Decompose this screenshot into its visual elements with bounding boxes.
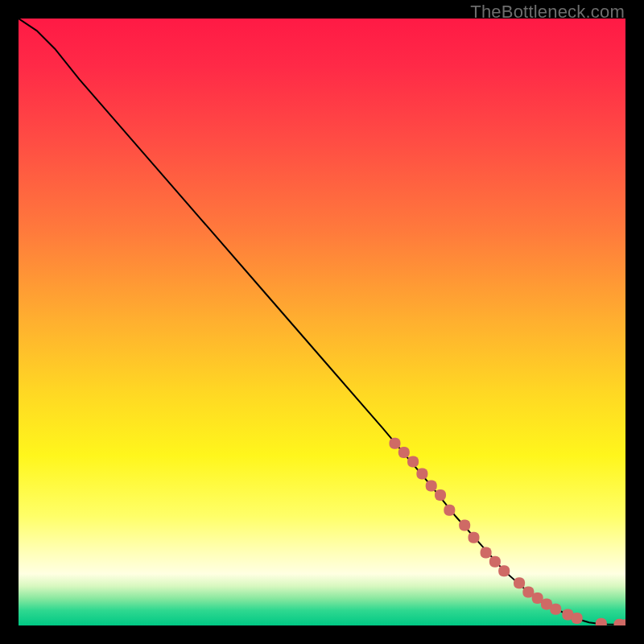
data-marker xyxy=(416,469,427,480)
data-marker xyxy=(572,613,583,624)
data-marker xyxy=(398,447,410,458)
data-marker xyxy=(481,547,492,559)
data-marker xyxy=(550,604,561,615)
plot-area xyxy=(19,19,625,625)
data-marker xyxy=(444,505,455,516)
data-marker xyxy=(489,556,501,568)
data-marker xyxy=(459,520,470,531)
data-marker xyxy=(389,438,400,449)
data-marker xyxy=(407,456,419,467)
chart-stage: TheBottleneck.com xyxy=(0,0,644,644)
data-marker xyxy=(514,577,525,588)
data-marker xyxy=(426,481,437,492)
chart-svg xyxy=(19,19,625,625)
data-marker xyxy=(435,489,446,501)
data-marker xyxy=(498,565,510,576)
gradient-bg xyxy=(19,19,625,625)
data-marker xyxy=(469,532,480,543)
